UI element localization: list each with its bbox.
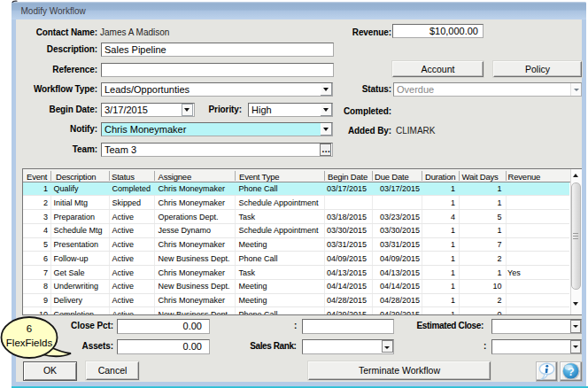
svg-text:?: ? bbox=[568, 365, 575, 378]
svg-text:6: 6 bbox=[27, 323, 32, 334]
svg-text:FlexFields: FlexFields bbox=[6, 338, 53, 348]
